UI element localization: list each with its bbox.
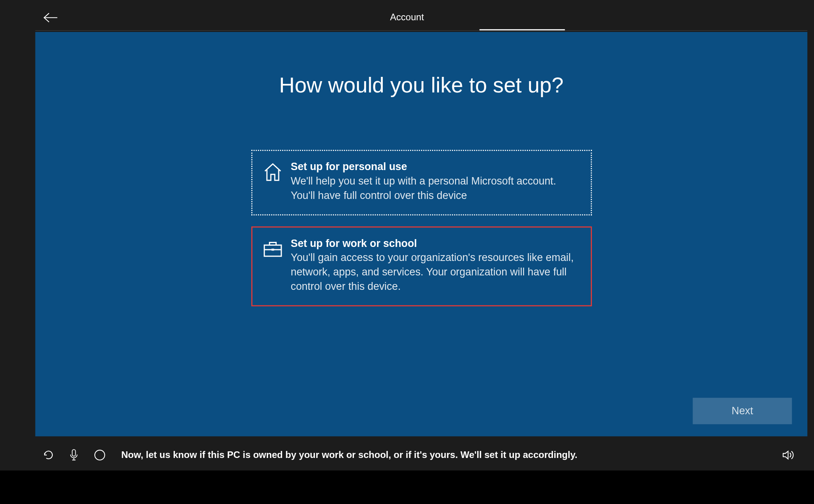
speaker-button[interactable] <box>782 449 794 460</box>
header-title: Account <box>390 12 424 23</box>
option-description: You'll gain access to your organization'… <box>291 251 581 293</box>
cortana-button[interactable] <box>94 449 106 461</box>
header-divider <box>35 30 807 31</box>
svg-rect-4 <box>72 449 75 456</box>
option-title: Set up for work or school <box>291 238 581 250</box>
option-work-school[interactable]: Set up for work or school You'll gain ac… <box>251 227 592 307</box>
option-title: Set up for personal use <box>291 161 581 173</box>
back-button[interactable] <box>43 12 59 25</box>
cortana-narration-text: Now, let us know if this PC is owned by … <box>121 449 578 460</box>
sync-icon <box>43 449 54 460</box>
oobe-setup-window: Account How would you like to set up? Se… <box>0 0 814 470</box>
option-personal-use[interactable]: Set up for personal use We'll help you s… <box>251 150 592 215</box>
back-arrow-icon <box>43 12 59 23</box>
option-text: Set up for personal use We'll help you s… <box>291 161 581 202</box>
cortana-circle-icon <box>94 449 106 461</box>
options-container: Set up for personal use We'll help you s… <box>251 150 592 306</box>
microphone-icon <box>69 449 78 461</box>
main-panel: How would you like to set up? Set up for… <box>35 32 807 437</box>
bottom-icons <box>43 449 106 461</box>
header-bar: Account <box>0 0 814 31</box>
briefcase-icon <box>262 239 283 260</box>
sync-button[interactable] <box>43 449 54 460</box>
home-icon <box>262 162 283 183</box>
bottom-bar: Now, let us know if this PC is owned by … <box>0 440 814 470</box>
page-title: How would you like to set up? <box>35 73 807 98</box>
svg-point-7 <box>95 450 105 460</box>
option-text: Set up for work or school You'll gain ac… <box>291 238 581 293</box>
speaker-icon <box>782 449 794 460</box>
option-description: We'll help you set it up with a personal… <box>291 174 581 202</box>
next-button[interactable]: Next <box>693 398 792 424</box>
microphone-button[interactable] <box>69 449 78 461</box>
